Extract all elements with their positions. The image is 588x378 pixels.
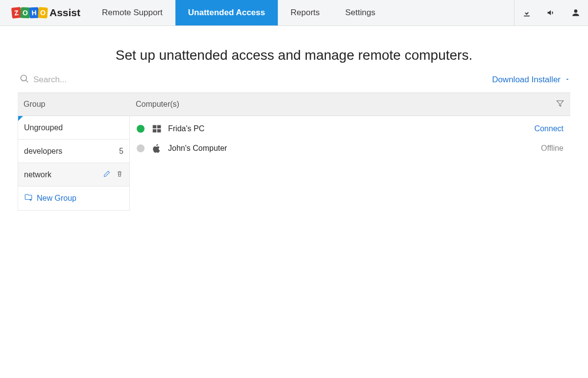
download-installer-label: Download Installer [492, 75, 561, 85]
group-count: 5 [119, 147, 123, 156]
chevron-down-icon [564, 75, 570, 85]
megaphone-icon[interactable] [539, 0, 564, 25]
search-input[interactable] [33, 75, 171, 85]
computer-row[interactable]: Frida's PC Connect [130, 119, 570, 139]
svg-rect-3 [153, 125, 157, 129]
svg-marker-0 [557, 101, 564, 106]
zoho-logo: Z O H O [12, 7, 47, 18]
topbar-right-icons [514, 0, 588, 25]
product-name: Assist [49, 7, 80, 19]
search-wrap [20, 74, 171, 86]
column-header-computers: Computer(s) [136, 100, 179, 109]
computer-name: John's Computer [168, 144, 227, 153]
zoho-o2: O [38, 7, 48, 18]
group-label: Ungrouped [24, 123, 63, 132]
main-nav: Remote Support Unattended Access Reports… [89, 0, 388, 25]
page-title: Set up unattended access and manage remo… [0, 47, 588, 63]
download-icon[interactable] [514, 0, 539, 25]
column-header-group: Group [24, 100, 136, 109]
group-developers[interactable]: developers 5 [18, 140, 129, 163]
nav-settings[interactable]: Settings [333, 0, 388, 25]
svg-rect-4 [157, 125, 161, 129]
search-icon [20, 74, 33, 86]
filter-icon[interactable] [556, 99, 564, 110]
top-nav-bar: Z O H O Assist Remote Support Unattended… [0, 0, 588, 26]
windows-icon [151, 124, 162, 134]
folder-plus-icon [24, 193, 33, 204]
svg-rect-5 [153, 129, 157, 133]
group-ungrouped[interactable]: Ungrouped [18, 116, 129, 140]
user-icon[interactable] [564, 0, 588, 25]
group-label: developers [24, 147, 62, 156]
group-label: network [24, 170, 51, 179]
group-actions [103, 170, 123, 180]
offline-label: Offline [541, 144, 564, 153]
connect-button[interactable]: Connect [534, 124, 564, 133]
svg-rect-6 [157, 129, 161, 133]
app-logo[interactable]: Z O H O Assist [0, 0, 89, 25]
new-group-label: New Group [37, 194, 76, 203]
trash-icon[interactable] [116, 170, 123, 180]
download-installer-link[interactable]: Download Installer [492, 75, 570, 85]
edit-icon[interactable] [103, 170, 111, 180]
nav-reports[interactable]: Reports [278, 0, 333, 25]
apple-icon [151, 143, 162, 153]
computer-list: Frida's PC Connect John's Computer Offli… [130, 116, 570, 211]
nav-unattended-access[interactable]: Unattended Access [175, 0, 278, 25]
nav-remote-support[interactable]: Remote Support [89, 0, 175, 25]
toolbar: Download Installer [0, 67, 588, 93]
content-area: Ungrouped developers 5 network New Group [18, 116, 570, 211]
groups-sidebar: Ungrouped developers 5 network New Group [18, 116, 130, 211]
computer-name: Frida's PC [168, 124, 204, 133]
computer-row[interactable]: John's Computer Offline [130, 139, 570, 158]
new-group-button[interactable]: New Group [18, 187, 129, 210]
zoho-o1: O [20, 7, 30, 19]
group-network[interactable]: network [18, 163, 129, 187]
status-online-icon [137, 125, 145, 133]
table-header: Group Computer(s) [18, 93, 570, 116]
status-offline-icon [137, 144, 145, 152]
